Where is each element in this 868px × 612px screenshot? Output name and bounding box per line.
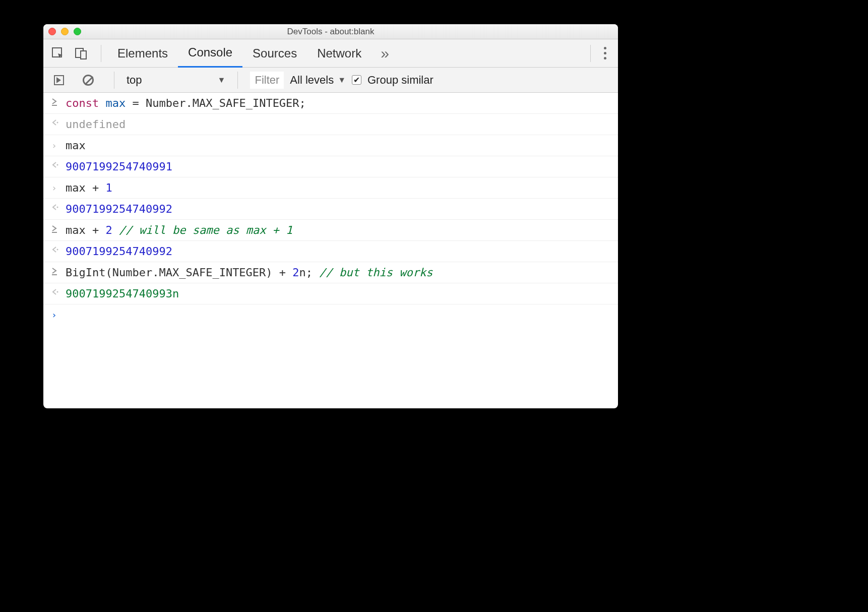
output-chevron-icon xyxy=(51,287,58,295)
context-selector[interactable]: top ▼ xyxy=(127,74,225,87)
tab-label: Sources xyxy=(253,46,297,60)
console-row[interactable]: ›max xyxy=(43,135,618,156)
context-label: top xyxy=(127,74,142,87)
devtools-window: DevTools - about:blank Elements Console … xyxy=(43,24,618,408)
tab-console[interactable]: Console xyxy=(178,39,242,68)
console-row[interactable]: ›max + 1 xyxy=(43,177,618,199)
separator xyxy=(114,72,114,89)
svg-point-5 xyxy=(57,164,58,166)
device-toggle-icon[interactable] xyxy=(72,44,91,63)
tab-label: Console xyxy=(188,45,232,59)
inspect-element-icon[interactable] xyxy=(48,44,68,63)
main-toolbar: Elements Console Sources Network » xyxy=(43,39,618,68)
output-chevron-icon xyxy=(51,118,58,126)
output-chevron-icon xyxy=(51,203,58,211)
console-text: max xyxy=(66,139,86,152)
console-row[interactable]: max + 2 // will be same as max + 1 xyxy=(43,220,618,241)
console-text: BigInt(Number.MAX_SAFE_INTEGER) + 2n; //… xyxy=(66,266,433,279)
clear-console-icon[interactable] xyxy=(79,71,98,90)
titlebar[interactable]: DevTools - about:blank xyxy=(43,24,618,39)
settings-menu-button[interactable] xyxy=(597,47,613,59)
separator xyxy=(101,45,101,62)
tab-label: Network xyxy=(317,46,361,60)
svg-rect-2 xyxy=(81,51,86,59)
console-output[interactable]: const max = Number.MAX_SAFE_INTEGER;unde… xyxy=(43,93,618,324)
console-text: 9007199254740992 xyxy=(66,203,172,215)
console-sidebar-toggle-icon[interactable] xyxy=(49,71,69,90)
console-text: 9007199254740991 xyxy=(66,160,172,173)
window-title: DevTools - about:blank xyxy=(43,27,618,37)
input-chevron-icon: › xyxy=(51,181,58,193)
tab-label: Elements xyxy=(117,46,168,60)
svg-point-10 xyxy=(57,291,58,293)
console-row[interactable]: 9007199254740992 xyxy=(43,241,618,262)
chevron-down-icon: ▼ xyxy=(218,76,226,85)
output-chevron-icon xyxy=(51,245,58,253)
input-chevron-icon xyxy=(51,97,58,106)
input-chevron-icon xyxy=(51,266,58,275)
console-row[interactable]: 9007199254740991 xyxy=(43,156,618,177)
console-text: 9007199254740992 xyxy=(66,245,172,258)
separator xyxy=(237,72,238,89)
console-filter-bar: top ▼ Filter All levels ▼ ✔ Group simila… xyxy=(43,68,618,93)
console-prompt[interactable]: › xyxy=(43,304,618,324)
console-row[interactable]: undefined xyxy=(43,114,618,135)
console-text: max + 1 xyxy=(66,181,112,194)
console-row[interactable]: const max = Number.MAX_SAFE_INTEGER; xyxy=(43,93,618,114)
svg-point-6 xyxy=(57,207,58,208)
console-text: 9007199254740993n xyxy=(66,287,179,300)
tab-sources[interactable]: Sources xyxy=(242,39,307,68)
svg-point-4 xyxy=(57,122,58,124)
console-row[interactable]: 9007199254740992 xyxy=(43,199,618,220)
tab-network[interactable]: Network xyxy=(307,39,371,68)
output-chevron-icon xyxy=(51,160,58,168)
input-chevron-icon: › xyxy=(51,139,58,151)
filter-input[interactable]: Filter xyxy=(250,72,284,89)
separator xyxy=(590,45,591,62)
levels-label: All levels xyxy=(290,74,334,87)
chevron-down-icon: ▼ xyxy=(338,76,346,85)
level-selector[interactable]: All levels ▼ xyxy=(290,74,346,87)
console-row[interactable]: 9007199254740993n xyxy=(43,283,618,304)
console-text: const max = Number.MAX_SAFE_INTEGER; xyxy=(66,97,306,109)
prompt-chevron-icon: › xyxy=(51,309,58,320)
input-chevron-icon xyxy=(51,224,58,233)
console-text: max + 2 // will be same as max + 1 xyxy=(66,224,292,236)
svg-point-8 xyxy=(57,249,58,251)
group-similar-label: Group similar xyxy=(367,74,433,87)
console-row[interactable]: BigInt(Number.MAX_SAFE_INTEGER) + 2n; //… xyxy=(43,262,618,283)
more-tabs-button[interactable]: » xyxy=(371,45,398,62)
tab-elements[interactable]: Elements xyxy=(107,39,178,68)
group-similar-checkbox[interactable]: ✔ xyxy=(352,75,361,85)
console-text: undefined xyxy=(66,118,126,131)
